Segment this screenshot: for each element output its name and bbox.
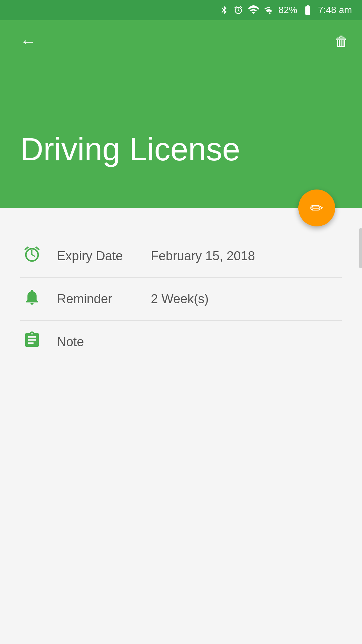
wifi-icon	[248, 4, 259, 16]
signal-icon	[264, 4, 274, 16]
bluetooth-icon	[220, 4, 229, 16]
alarm-icon	[234, 4, 243, 16]
battery-icon	[302, 4, 313, 16]
reminder-label: Reminder	[57, 292, 131, 306]
bell-icon	[20, 288, 44, 310]
reminder-value: 2 Week(s)	[151, 292, 208, 306]
top-bar: ← 🗑	[20, 27, 349, 56]
clock-icon	[20, 245, 44, 267]
back-button[interactable]: ←	[20, 34, 36, 50]
time-text: 7:48 am	[318, 5, 352, 15]
content-area: Expiry Date February 15, 2018 Reminder 2…	[0, 208, 362, 644]
edit-icon: ✏	[310, 199, 323, 217]
status-bar: 82% 7:48 am	[0, 0, 362, 20]
expiry-date-row: Expiry Date February 15, 2018	[20, 235, 342, 278]
expiry-date-label: Expiry Date	[57, 249, 131, 263]
edit-fab-button[interactable]: ✏	[298, 190, 335, 226]
reminder-row: Reminder 2 Week(s)	[20, 278, 342, 321]
note-row: Note	[20, 321, 342, 363]
expiry-date-value: February 15, 2018	[151, 249, 255, 263]
delete-button[interactable]: 🗑	[335, 34, 349, 50]
battery-text: 82%	[279, 5, 297, 15]
status-icons: 82% 7:48 am	[220, 4, 352, 16]
header-section: ← 🗑 Driving License ✏	[0, 20, 362, 208]
page-title: Driving License	[20, 131, 349, 168]
note-label: Note	[57, 335, 131, 349]
scrollbar[interactable]	[359, 228, 362, 268]
clipboard-icon	[20, 331, 44, 353]
